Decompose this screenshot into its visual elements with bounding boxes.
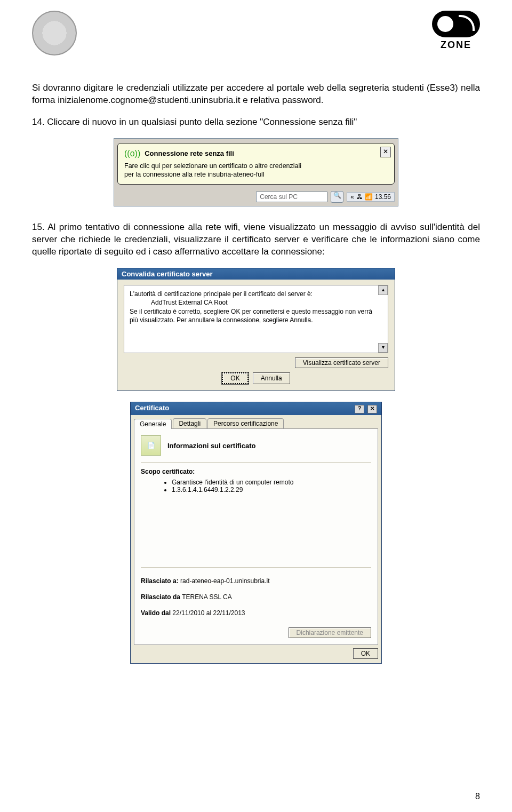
wifi-notification-balloon[interactable]: ((o)) Connessione rete senza fili ✕ Fare… [117,143,395,185]
tray-chevrons-icon[interactable]: « [350,193,354,201]
cancel-button[interactable]: Annulla [253,372,290,384]
tab-details[interactable]: Dettagli [173,418,206,428]
balloon-line2: per la connessione alla rete insubria-at… [124,170,388,179]
view-certificate-button[interactable]: Visualizza certificato server [295,357,388,368]
cert-scope-item1: Garantisce l'identità di un computer rem… [172,479,371,486]
dialog-title: Convalida certificato server [117,268,395,280]
page-number: 8 [475,792,480,801]
issuer-statement-button: Dichiarazione emittente [289,627,371,638]
cert-scope-item2: 1.3.6.1.4.1.6449.1.2.2.29 [172,486,371,493]
valid-to-value: 22/11/2013 [213,609,245,617]
search-button[interactable]: 🔍 [331,191,343,203]
help-button[interactable]: ? [355,405,364,413]
cert-tabs: Generale Dettagli Percorso certificazion… [131,415,381,428]
search-input[interactable]: Cerca sul PC [256,192,327,202]
paragraph-step14: 14. Cliccare di nuovo in un qualsiasi pu… [32,116,480,129]
cert-dialog-title: Certificato [135,404,169,413]
issued-to-value: rad-ateneo-eap-01.uninsubria.it [180,577,269,585]
issued-to-label: Rilasciato a: [141,577,179,585]
wireless-icon: ((o)) [124,149,140,158]
wifi-icon [432,11,480,37]
cert-message-textbox: L'autorità di certificazione principale … [124,285,388,353]
issued-by-label: Rilasciato da [141,593,180,601]
msg-ca-root: AddTrust External CA Root [130,298,382,307]
scroll-up-button[interactable]: ▴ [378,285,388,295]
document-body: Si dovranno digitare le credenziali util… [32,82,480,129]
issued-by-value: TERENA SSL CA [182,593,232,601]
scroll-down-button[interactable]: ▾ [378,343,388,353]
system-tray[interactable]: « 🖧 📶 13.56 [347,192,395,202]
cert-scope-heading: Scopo certificato: [141,468,371,475]
ok-button[interactable]: OK [222,372,248,384]
tray-network-icon: 🖧 [356,193,363,201]
university-seal-logo [32,11,77,55]
paragraph-credentials: Si dovranno digitare le credenziali util… [32,82,480,107]
wifi-zone-label: ZONE [432,39,480,51]
valid-to-label: al [206,609,211,617]
cert-info-heading: Informazioni sul certificato [167,442,255,450]
msg-line3: Se il certificato è corretto, scegliere … [130,307,382,324]
tab-panel-general: 📄 Informazioni sul certificato Scopo cer… [134,428,378,645]
certificate-dialog: Certificato ? ✕ Generale Dettagli Percor… [130,402,382,664]
valid-from-label: Valido dal [141,609,171,617]
msg-line1: L'autorità di certificazione principale … [130,290,382,298]
certificate-icon: 📄 [141,435,161,456]
notification-screenshot: ((o)) Connessione rete senza fili ✕ Fare… [114,138,398,207]
valid-from-value: 22/11/2010 [172,609,204,617]
tray-clock: 13.56 [375,193,391,201]
balloon-line1: Fare clic qui per selezionare un certifi… [124,162,388,170]
taskbar: Cerca sul PC 🔍 « 🖧 📶 13.56 [117,189,395,206]
tray-wireless-icon: 📶 [365,193,373,201]
tab-cert-path[interactable]: Percorso certificazione [207,418,284,428]
page-header: ZONE [32,11,480,55]
close-icon[interactable]: ✕ [380,147,391,157]
validate-cert-dialog: Convalida certificato server L'autorità … [117,268,395,391]
wifi-zone-logo: ZONE [432,11,480,51]
tab-general[interactable]: Generale [134,419,172,429]
close-button[interactable]: ✕ [367,405,377,413]
cert-ok-button[interactable]: OK [353,648,378,659]
balloon-title: Connessione rete senza fili [145,149,234,157]
paragraph-step15: 15. Al primo tentativo di connessione al… [32,221,480,258]
